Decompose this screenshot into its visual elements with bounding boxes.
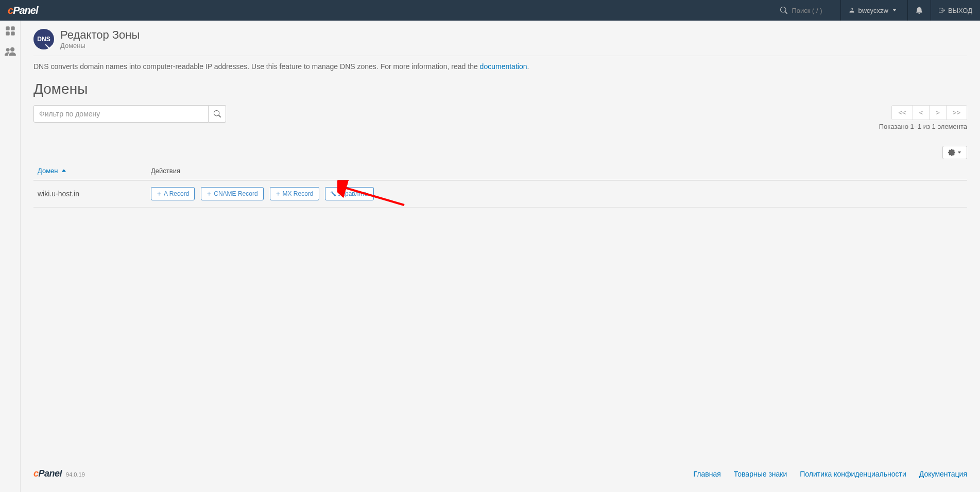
bell-icon: [916, 7, 923, 14]
domains-table: Домен Действия wiki.u-host.in A Record C…: [33, 162, 967, 208]
col-actions-header: Действия: [147, 162, 967, 180]
header-search[interactable]: [772, 7, 840, 14]
page-title-block: Редактор Зоны Домены: [60, 28, 140, 49]
footer-privacy-link[interactable]: Политика конфиденциальности: [800, 470, 906, 478]
sidebar-apps[interactable]: [0, 21, 20, 41]
footer-docs-link[interactable]: Документация: [919, 470, 967, 478]
search-input[interactable]: [792, 7, 833, 14]
footer-home-link[interactable]: Главная: [694, 470, 721, 478]
documentation-link[interactable]: documentation: [480, 62, 527, 71]
add-cname-record-button[interactable]: CNAME Record: [201, 187, 263, 200]
pagination: << < > >>: [891, 105, 967, 120]
gear-icon: [948, 149, 955, 156]
section-title: Домены: [33, 81, 967, 97]
add-a-record-button[interactable]: A Record: [151, 187, 195, 200]
filter-group: [33, 105, 226, 123]
filter-search-button[interactable]: [209, 105, 226, 123]
page-title: Редактор Зоны: [60, 28, 140, 42]
plus-icon: [276, 191, 281, 196]
domain-cell: wiki.u-host.in: [33, 180, 147, 208]
plus-icon: [207, 191, 212, 196]
page-header: DNS Редактор Зоны Домены: [33, 28, 967, 56]
logout-button[interactable]: ВЫХОД: [931, 0, 980, 21]
sort-asc-icon: [61, 168, 66, 173]
plus-icon: [157, 191, 162, 196]
table-settings-button[interactable]: [942, 146, 967, 159]
wrench-icon: [331, 191, 336, 196]
page-first[interactable]: <<: [892, 106, 913, 120]
footer-left: cPanel 94.0.19: [33, 468, 85, 479]
filter-input[interactable]: [33, 105, 209, 123]
footer-version: 94.0.19: [66, 471, 85, 478]
page-prev[interactable]: <: [913, 106, 930, 120]
table-row: wiki.u-host.in A Record CNAME Record MX …: [33, 180, 967, 208]
main-content: DNS Редактор Зоны Домены DNS converts do…: [21, 21, 980, 492]
dns-icon: DNS: [33, 29, 54, 49]
pagination-info: Показано 1–1 из 1 элемента: [879, 123, 967, 130]
footer-links: Главная Товарные знаки Политика конфиден…: [694, 470, 967, 478]
sidebar-users[interactable]: [0, 41, 20, 62]
top-header: cPanel bwcycxzw ВЫХОД: [0, 0, 980, 21]
caret-down-icon: [892, 8, 897, 12]
controls-row: << < > >> Показано 1–1 из 1 элемента: [33, 105, 967, 130]
notifications-button[interactable]: [907, 0, 931, 21]
actions-cell: A Record CNAME Record MX Record Управлят…: [147, 180, 967, 208]
caret-down-icon: [957, 150, 961, 155]
user-icon: [849, 7, 855, 13]
footer-trademarks-link[interactable]: Товарные знаки: [734, 470, 787, 478]
add-mx-record-button[interactable]: MX Record: [270, 187, 319, 200]
col-domain-header[interactable]: Домен: [33, 162, 147, 180]
logout-icon: [939, 7, 945, 13]
header-right: bwcycxzw ВЫХОД: [772, 0, 980, 21]
footer: cPanel 94.0.19 Главная Товарные знаки По…: [33, 458, 967, 484]
search-icon: [780, 7, 787, 14]
page-next[interactable]: >: [930, 106, 947, 120]
search-icon: [214, 110, 221, 117]
breadcrumb[interactable]: Домены: [60, 42, 140, 49]
gear-row: [33, 146, 967, 159]
username: bwcycxzw: [858, 7, 888, 14]
footer-logo: cPanel: [33, 468, 62, 479]
page-last[interactable]: >>: [947, 106, 967, 120]
pagination-block: << < > >> Показано 1–1 из 1 элемента: [879, 105, 967, 130]
users-icon: [5, 46, 16, 57]
description: DNS converts domain names into computer-…: [33, 62, 967, 71]
user-menu[interactable]: bwcycxzw: [840, 0, 907, 21]
grid-icon: [5, 26, 15, 36]
logout-label: ВЫХОД: [948, 7, 972, 14]
manage-button[interactable]: Управлять: [325, 187, 373, 200]
header-left: cPanel: [0, 5, 38, 16]
sidebar: [0, 21, 21, 492]
cpanel-logo[interactable]: cPanel: [8, 5, 38, 16]
